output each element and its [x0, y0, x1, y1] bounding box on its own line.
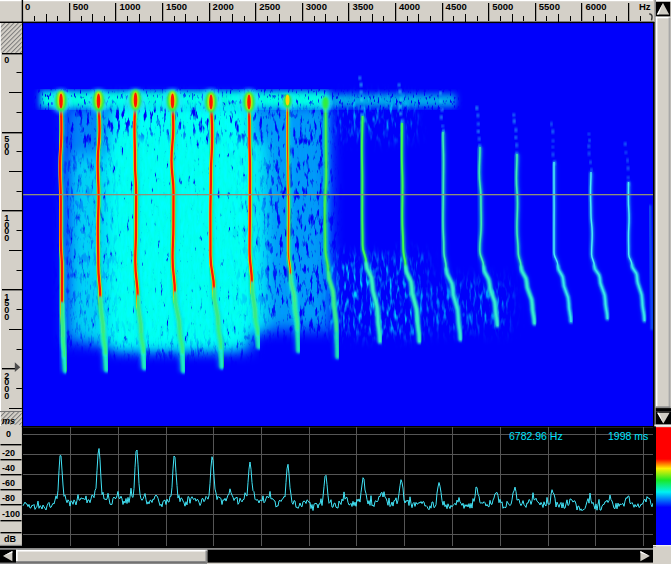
- svg-text:1998 ms: 1998 ms: [608, 430, 648, 442]
- svg-text:6782.96 Hz: 6782.96 Hz: [509, 430, 563, 442]
- svg-text:500: 500: [73, 1, 89, 12]
- svg-text:-20: -20: [2, 448, 15, 458]
- svg-text:Hz: Hz: [639, 1, 651, 12]
- svg-text:0: 0: [4, 147, 9, 157]
- svg-text:5000: 5000: [492, 1, 513, 12]
- svg-text:0: 0: [4, 233, 9, 243]
- svg-text:0: 0: [4, 391, 9, 401]
- svg-text:1000: 1000: [119, 1, 140, 12]
- svg-text:1500: 1500: [166, 1, 187, 12]
- svg-text:-100: -100: [2, 509, 20, 519]
- svg-text:-40: -40: [2, 463, 15, 473]
- svg-text:3000: 3000: [306, 1, 327, 12]
- svg-text:0: 0: [4, 55, 9, 65]
- svg-text:6000: 6000: [585, 1, 606, 12]
- svg-text:4000: 4000: [399, 1, 420, 12]
- svg-text:0: 0: [6, 429, 11, 439]
- svg-text:-60: -60: [2, 478, 15, 488]
- svg-text:-80: -80: [2, 493, 15, 503]
- svg-text:3500: 3500: [352, 1, 373, 12]
- svg-text:4500: 4500: [446, 1, 467, 12]
- svg-text:0: 0: [4, 312, 9, 322]
- svg-text:5500: 5500: [539, 1, 560, 12]
- svg-text:2000: 2000: [213, 1, 234, 12]
- svg-text:ms: ms: [2, 416, 15, 426]
- svg-text:0: 0: [25, 1, 30, 12]
- svg-text:dB: dB: [4, 534, 16, 544]
- svg-text:2500: 2500: [259, 1, 280, 12]
